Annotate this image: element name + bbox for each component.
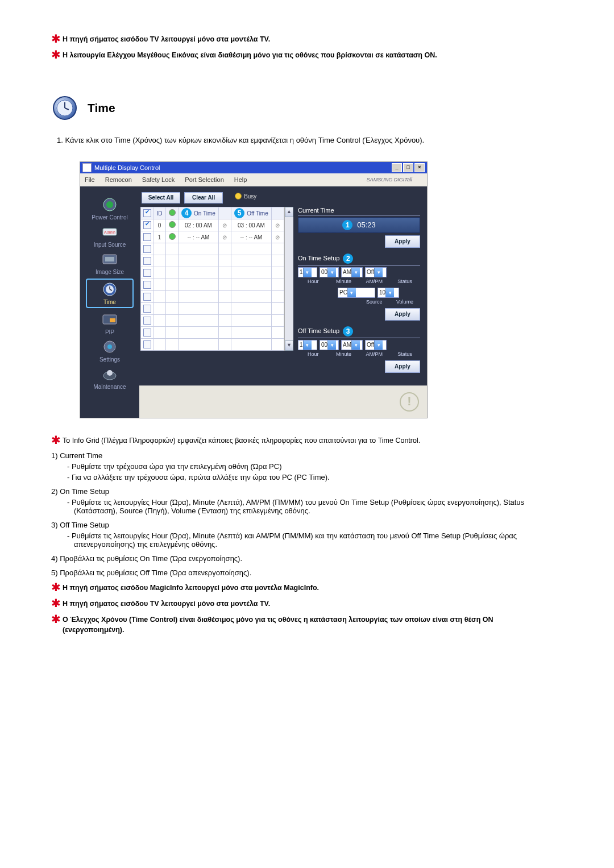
table-buttons-row: Select All Clear All Busy bbox=[142, 192, 293, 203]
dropdown-icon[interactable]: ▾ bbox=[385, 288, 394, 297]
item-3-title: 3) Off Time Setup bbox=[51, 521, 551, 529]
item-2-title: 2) On Time Setup bbox=[51, 487, 551, 496]
main-area: Select All Clear All Busy ID 4On Time bbox=[139, 186, 427, 418]
table-row[interactable] bbox=[141, 327, 284, 339]
row-on-led bbox=[218, 255, 231, 267]
minimize-button[interactable]: _ bbox=[392, 163, 402, 172]
dropdown-icon[interactable]: ▾ bbox=[351, 340, 360, 350]
apply-on-time-button[interactable]: Apply bbox=[385, 308, 420, 321]
top-note-1: ✱ Η πηγή σήματος εισόδου TV λειτουργεί μ… bbox=[51, 34, 551, 44]
row-checkbox[interactable] bbox=[141, 291, 154, 303]
dropdown-icon[interactable]: ▾ bbox=[303, 268, 312, 277]
on-status-field[interactable]: Off▾ bbox=[365, 267, 387, 277]
table-row[interactable] bbox=[141, 315, 284, 327]
row-on-led bbox=[218, 303, 231, 315]
table-row[interactable] bbox=[141, 291, 284, 303]
row-on-led bbox=[218, 267, 231, 279]
sidebar-item-power-control[interactable]: Power Control bbox=[87, 197, 132, 221]
item-1b: Για να αλλάξετε την τρέχουσα ώρα, πρώτα … bbox=[67, 473, 551, 481]
sidebar-item-maintenance[interactable]: Maintenance bbox=[87, 366, 132, 390]
table-row[interactable] bbox=[141, 267, 284, 279]
table-row[interactable] bbox=[141, 303, 284, 315]
row-power-led bbox=[166, 315, 179, 327]
dropdown-icon[interactable]: ▾ bbox=[374, 268, 383, 277]
apply-off-time-button[interactable]: Apply bbox=[385, 360, 420, 373]
row-power-led bbox=[166, 327, 179, 339]
table-row[interactable] bbox=[141, 255, 284, 267]
row-checkbox[interactable] bbox=[141, 219, 154, 231]
col-off-time[interactable]: 5Off Time bbox=[231, 207, 271, 219]
row-checkbox[interactable] bbox=[141, 339, 154, 351]
table-row[interactable]: 002 : 00 AM⊘03 : 00 AM⊘ bbox=[141, 219, 284, 231]
table-row[interactable] bbox=[141, 339, 284, 351]
item-1-title: 1) Current Time bbox=[51, 451, 551, 460]
scroll-up-button[interactable]: ▲ bbox=[285, 207, 293, 217]
dropdown-icon[interactable]: ▾ bbox=[351, 268, 360, 277]
menu-port-selection[interactable]: Port Selection bbox=[185, 176, 223, 183]
row-checkbox[interactable] bbox=[141, 231, 154, 243]
dropdown-icon[interactable]: ▾ bbox=[327, 340, 336, 350]
col-power[interactable] bbox=[166, 207, 179, 219]
row-checkbox[interactable] bbox=[141, 279, 154, 291]
row-on-time bbox=[179, 279, 219, 291]
col-on-time[interactable]: 4On Time bbox=[179, 207, 219, 219]
sidebar-item-image-size[interactable]: Image Size bbox=[87, 251, 132, 275]
row-off-led: ⊘ bbox=[271, 219, 284, 231]
scroll-down-button[interactable]: ▼ bbox=[285, 340, 293, 351]
off-hour-field[interactable]: 1▾ bbox=[298, 340, 317, 350]
on-volume-field[interactable]: 10▾ bbox=[377, 288, 399, 298]
table-row[interactable]: 1-- : -- AM⊘-- : -- AM⊘ bbox=[141, 231, 284, 243]
sidebar-item-input-source[interactable]: Admin Input Source bbox=[87, 224, 132, 248]
row-off-time bbox=[231, 291, 271, 303]
col-id[interactable]: ID bbox=[154, 207, 166, 219]
menu-file[interactable]: File bbox=[85, 176, 95, 183]
maximize-button[interactable]: □ bbox=[403, 163, 413, 172]
off-minute-field[interactable]: 00▾ bbox=[320, 340, 339, 350]
col-checkbox[interactable] bbox=[141, 207, 154, 219]
row-on-led bbox=[218, 315, 231, 327]
window-titlebar: Multiple Display Control _ □ × bbox=[80, 162, 427, 173]
clear-all-button[interactable]: Clear All bbox=[184, 192, 223, 203]
table-scrollbar[interactable]: ▲ ▼ bbox=[284, 207, 293, 351]
on-ampm-field[interactable]: AM▾ bbox=[341, 267, 363, 277]
sidebar-item-time[interactable]: Time bbox=[86, 279, 134, 308]
table-row[interactable] bbox=[141, 243, 284, 255]
on-hour-field[interactable]: 1▾ bbox=[298, 267, 317, 277]
row-checkbox[interactable] bbox=[141, 243, 154, 255]
row-power-led bbox=[166, 303, 179, 315]
sidebar-item-settings[interactable]: Settings bbox=[87, 339, 132, 363]
dropdown-icon[interactable]: ▾ bbox=[374, 340, 383, 350]
menu-safety-lock[interactable]: Safety Lock bbox=[142, 176, 175, 183]
row-off-led bbox=[271, 255, 284, 267]
star-icon: ✱ bbox=[51, 599, 63, 608]
row-checkbox[interactable] bbox=[141, 255, 154, 267]
star-icon: ✱ bbox=[51, 614, 63, 624]
apply-current-time-button[interactable]: Apply bbox=[385, 235, 420, 248]
on-minute-field[interactable]: 00▾ bbox=[320, 267, 339, 277]
dropdown-icon[interactable]: ▾ bbox=[327, 268, 336, 277]
item-5: 5) Προβάλλει τις ρυθμίσεις Off Time (Ώρα… bbox=[51, 568, 551, 577]
bottom-note-3: ✱ Ο Έλεγχος Χρόνου (Time Control) είναι … bbox=[51, 614, 551, 635]
off-ampm-field[interactable]: AM▾ bbox=[341, 340, 363, 350]
on-source-field[interactable]: PC▾ bbox=[338, 288, 375, 298]
star-icon: ✱ bbox=[51, 34, 63, 43]
off-status-field[interactable]: Off▾ bbox=[365, 340, 387, 350]
select-all-button[interactable]: Select All bbox=[142, 192, 180, 203]
row-off-led bbox=[271, 339, 284, 351]
row-power-led bbox=[166, 267, 179, 279]
row-id bbox=[154, 291, 166, 303]
dropdown-icon[interactable]: ▾ bbox=[347, 288, 356, 297]
menu-remocon[interactable]: Remocon bbox=[105, 176, 132, 183]
row-off-led bbox=[271, 291, 284, 303]
row-checkbox[interactable] bbox=[141, 315, 154, 327]
row-checkbox[interactable] bbox=[141, 327, 154, 339]
sidebar-item-pip[interactable]: PIP bbox=[87, 312, 132, 335]
menu-help[interactable]: Help bbox=[234, 176, 247, 183]
table-row[interactable] bbox=[141, 279, 284, 291]
row-checkbox[interactable] bbox=[141, 267, 154, 279]
dropdown-icon[interactable]: ▾ bbox=[303, 340, 312, 350]
row-on-led bbox=[218, 279, 231, 291]
row-checkbox[interactable] bbox=[141, 303, 154, 315]
row-power-led bbox=[166, 231, 179, 243]
close-button[interactable]: × bbox=[414, 163, 425, 172]
